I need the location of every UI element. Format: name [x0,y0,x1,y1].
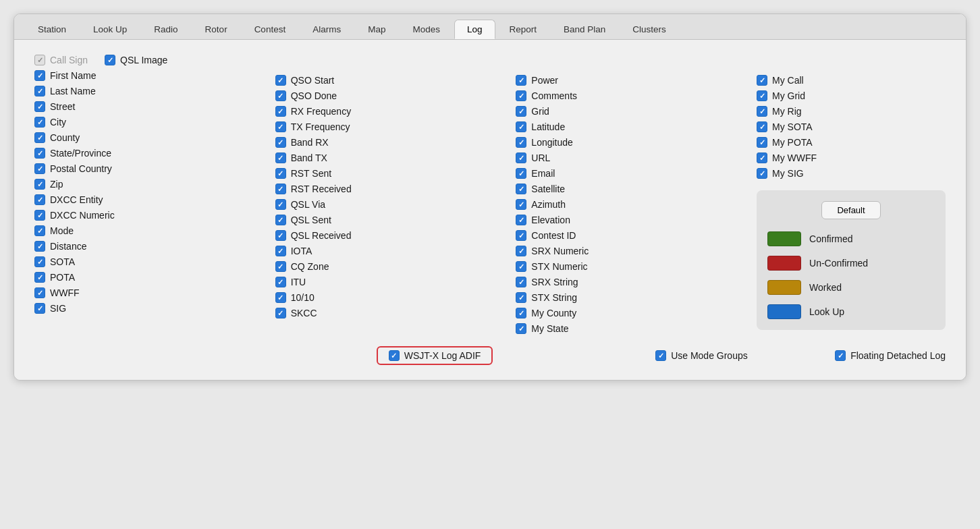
checkbox-rstsent[interactable] [275,168,286,179]
tab-log[interactable]: Log [454,20,495,39]
checkbox-qslreceived[interactable] [275,230,286,241]
check-item-cqzone: CQ Zone [275,261,516,272]
checkbox-satellite[interactable] [516,184,526,194]
checkbox-mycall[interactable] [757,75,767,86]
checkbox-city[interactable] [34,117,45,128]
swatch-worked[interactable] [767,280,801,295]
checkbox-mystate[interactable] [516,323,526,334]
checkbox-elevation[interactable] [516,215,526,225]
tab-map[interactable]: Map [355,20,398,39]
checkbox-stxnumeric[interactable] [516,261,526,272]
checkbox-1010[interactable] [275,292,286,303]
checkbox-dxccnumeric[interactable] [34,210,45,221]
label-mycounty: My County [531,308,576,318]
checkbox-postalcountry[interactable] [34,163,45,174]
checkbox-mygrid[interactable] [757,90,767,101]
checkbox-mycounty[interactable] [516,308,526,318]
checkbox-power[interactable] [516,75,526,86]
label-bandtx: Band TX [291,152,327,163]
label-usemodegroups: Use Mode Groups [671,350,748,361]
tab-modes[interactable]: Modes [400,20,453,39]
tab-alarms[interactable]: Alarms [300,20,354,39]
checkbox-contestid[interactable] [516,230,526,241]
checkbox-myrig[interactable] [757,106,767,117]
check-item-1010: 10/10 [275,292,516,303]
default-button[interactable]: Default [821,201,880,219]
checkbox-longitude[interactable] [516,137,526,148]
tab-station[interactable]: Station [25,20,79,39]
checkbox-qslsent[interactable] [275,215,286,225]
checkbox-county[interactable] [34,132,45,143]
tab-rotor[interactable]: Rotor [192,20,240,39]
checkbox-cqzone[interactable] [275,261,286,272]
checkbox-firstname[interactable] [34,70,45,81]
check-item-callsign: Call Sign QSL Image [34,55,275,65]
checkbox-qslvia[interactable] [275,199,286,210]
label-mode: Mode [50,225,74,236]
check-item-power: Power [516,75,757,86]
checkbox-srxstring[interactable] [516,277,526,287]
checkbox-mode[interactable] [34,225,45,236]
checkbox-latitude[interactable] [516,121,526,132]
checkbox-qsodone[interactable] [275,90,286,101]
checkbox-mywwff[interactable] [757,152,767,163]
checkbox-rstreceived[interactable] [275,184,286,194]
checkbox-mypota[interactable] [757,137,767,148]
checkbox-floatingdetached[interactable] [835,350,846,361]
tab-contest[interactable]: Contest [242,20,299,39]
checkbox-bandtx[interactable] [275,152,286,163]
tab-radio[interactable]: Radio [141,20,190,39]
checkbox-srxnumeric[interactable] [516,246,526,256]
label-stateprovince: State/Province [50,148,111,159]
checkbox-usemodegroups[interactable] [655,350,666,361]
tab-report[interactable]: Report [497,20,550,39]
checkbox-txfreq[interactable] [275,121,286,132]
label-mysota: My SOTA [772,121,813,132]
checkbox-rxfreq[interactable] [275,106,286,117]
checkbox-sig[interactable] [34,303,45,314]
tab-lookup[interactable]: Look Up [80,20,140,39]
label-iota: IOTA [291,246,312,256]
label-azimuth: Azimuth [531,199,566,210]
checkbox-azimuth[interactable] [516,199,526,210]
content-area: Call Sign QSL Image First Name Last Name… [14,40,966,380]
wsjt-box: WSJT-X Log ADIF [377,346,493,365]
check-item-bandrx: Band RX [275,137,516,148]
label-distance: Distance [50,241,86,252]
checkbox-stateprovince[interactable] [34,148,45,159]
swatch-unconfirmed[interactable] [767,256,801,271]
tab-bandplan[interactable]: Band Plan [551,20,618,39]
checkbox-itu[interactable] [275,277,286,287]
check-item-rxfreq: RX Frequency [275,106,516,117]
checkbox-skcc[interactable] [275,308,286,318]
check-item-grid: Grid [516,106,757,117]
checkbox-zip[interactable] [34,179,45,190]
checkbox-mysota[interactable] [757,121,767,132]
checkbox-pota[interactable] [34,272,45,283]
checkbox-lastname[interactable] [34,86,45,96]
checkbox-distance[interactable] [34,241,45,252]
checkbox-mysig[interactable] [757,168,767,179]
swatch-lookup[interactable] [767,304,801,319]
checkbox-wwff[interactable] [34,287,45,298]
checkbox-url[interactable] [516,152,526,163]
check-item-iota: IOTA [275,246,516,256]
checkbox-qsl-image[interactable] [105,55,115,65]
checkbox-callsign[interactable] [34,55,45,65]
checkbox-comments[interactable] [516,90,526,101]
checkbox-email[interactable] [516,168,526,179]
checkbox-bandrx[interactable] [275,137,286,148]
label-latitude: Latitude [531,121,565,132]
swatch-confirmed[interactable] [767,231,801,246]
label-qsostart: QSO Start [291,75,335,86]
checkbox-qsostart[interactable] [275,75,286,86]
checkbox-grid[interactable] [516,106,526,117]
checkbox-street[interactable] [34,101,45,112]
tab-clusters[interactable]: Clusters [620,20,679,39]
checkbox-dxccentity[interactable] [34,194,45,205]
checkbox-stxstring[interactable] [516,292,526,303]
check-item-pota: POTA [34,272,275,283]
checkbox-sota[interactable] [34,256,45,267]
checkbox-wsjt[interactable] [389,350,400,361]
checkbox-iota[interactable] [275,246,286,256]
